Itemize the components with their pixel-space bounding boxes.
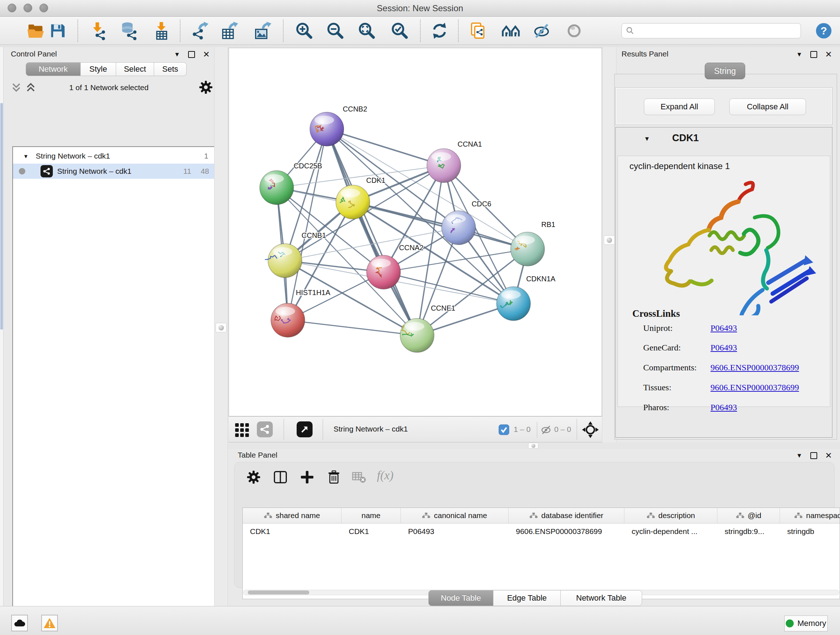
tab-sets[interactable]: Sets bbox=[154, 62, 187, 76]
left-splitter-grabber[interactable] bbox=[216, 323, 226, 333]
title-bar: Session: New Session bbox=[0, 0, 840, 17]
tab-network[interactable]: Network bbox=[26, 62, 81, 76]
node-cdc6[interactable] bbox=[442, 211, 476, 245]
node-label-ccna2: CCNA2 bbox=[399, 244, 424, 252]
import-network-from-database-icon[interactable] bbox=[118, 20, 139, 41]
node-ccna2[interactable] bbox=[366, 255, 401, 289]
network-share-view-icon[interactable] bbox=[257, 421, 273, 437]
crosslink-link[interactable]: 9606.ENSP00000378699 bbox=[711, 383, 799, 393]
panel-menu-icon[interactable]: ▼ bbox=[174, 51, 180, 58]
tab-network-table[interactable]: Network Table bbox=[561, 590, 642, 606]
node-cdk1[interactable] bbox=[336, 185, 370, 219]
search-field[interactable] bbox=[622, 23, 801, 38]
fit-selected-crosshair-icon[interactable] bbox=[582, 421, 599, 440]
memory-button[interactable]: Memory bbox=[784, 616, 828, 631]
panel-float-icon[interactable] bbox=[188, 51, 195, 58]
expand-all-button[interactable]: Expand All bbox=[644, 98, 715, 115]
save-session-icon[interactable] bbox=[47, 20, 68, 41]
refresh-icon[interactable] bbox=[429, 20, 450, 41]
node-ccnb1[interactable] bbox=[265, 244, 302, 278]
delete-column-trash-icon[interactable] bbox=[325, 469, 342, 486]
tab-select[interactable]: Select bbox=[116, 62, 154, 76]
zoom-fit-icon[interactable] bbox=[356, 20, 377, 41]
network-graph[interactable]: CCNB2CCNA1CDC25BCDK1CDC6RB1CCNB1CCNA2CDK… bbox=[229, 48, 602, 416]
node-cdkn1a[interactable] bbox=[497, 287, 531, 321]
panel-close-icon[interactable]: ✕ bbox=[825, 451, 832, 461]
crosslink-label: Pharos: bbox=[643, 402, 669, 412]
zoom-in-icon[interactable] bbox=[294, 20, 315, 41]
node-ccnb2[interactable] bbox=[310, 112, 344, 146]
table-row[interactable]: CDK1 CDK1 P06493 9606.ENSP00000378699 cy… bbox=[243, 524, 840, 539]
export-network-icon[interactable] bbox=[191, 20, 212, 41]
network-row-selected[interactable]: String Network – cdk1 11 48 bbox=[13, 164, 215, 179]
horizontal-splitter-grabber[interactable] bbox=[528, 443, 538, 448]
scrollbar-thumb[interactable] bbox=[248, 591, 309, 594]
panel-menu-icon[interactable]: ▼ bbox=[796, 452, 802, 459]
node-ccne1[interactable] bbox=[400, 318, 434, 353]
toolbar-separator bbox=[576, 419, 577, 440]
tab-string[interactable]: String bbox=[705, 63, 745, 79]
network-options-gear-icon[interactable] bbox=[199, 80, 213, 96]
tab-edge-table[interactable]: Edge Table bbox=[493, 590, 561, 606]
table-panel-title: Table Panel bbox=[238, 451, 278, 459]
open-session-icon[interactable] bbox=[25, 20, 46, 41]
count-divider bbox=[537, 422, 537, 438]
left-splitter[interactable] bbox=[214, 47, 228, 606]
zoom-selected-icon[interactable] bbox=[389, 20, 410, 41]
export-image-icon[interactable] bbox=[252, 20, 273, 41]
main-toolbar: ? bbox=[0, 17, 840, 45]
crosslink-link[interactable]: 9606.ENSP00000378699 bbox=[711, 363, 799, 372]
cloud-button[interactable] bbox=[11, 615, 28, 631]
table-panel: Table Panel ▼ ✕ f(x) shared name name ca… bbox=[228, 449, 840, 606]
table-settings-gear-icon[interactable] bbox=[245, 469, 262, 486]
export-table-icon[interactable] bbox=[219, 20, 240, 41]
node-table[interactable]: shared name name canonical name database… bbox=[242, 508, 840, 599]
entry-collapse-icon[interactable]: ▼ bbox=[644, 135, 650, 143]
crosslink-link[interactable]: P06493 bbox=[711, 343, 737, 353]
panel-menu-icon[interactable]: ▼ bbox=[796, 51, 802, 58]
add-column-icon[interactable] bbox=[299, 469, 316, 486]
network-row-label: String Network – cdk1 bbox=[57, 167, 131, 176]
node-ccna1[interactable] bbox=[427, 149, 461, 182]
node-label-hist1h1a: HIST1H1A bbox=[296, 288, 331, 296]
eye-slash-icon[interactable] bbox=[532, 20, 553, 41]
control-panel: Control Panel ▼ ✕ Network Style Select S… bbox=[4, 47, 214, 606]
grid-view-icon[interactable] bbox=[234, 422, 250, 439]
select-columns-icon[interactable] bbox=[272, 469, 289, 486]
network-list: ▼ String Network – cdk1 1 String Network… bbox=[12, 146, 216, 635]
right-splitter-grabber[interactable] bbox=[604, 235, 615, 245]
birdseye-view-icon[interactable] bbox=[297, 421, 313, 437]
panel-close-icon[interactable]: ✕ bbox=[203, 50, 210, 59]
network-collection-row[interactable]: ▼ String Network – cdk1 1 bbox=[13, 149, 215, 164]
panel-close-icon[interactable]: ✕ bbox=[825, 50, 832, 59]
node-label-rb1: RB1 bbox=[541, 220, 555, 228]
node-cdc25b[interactable] bbox=[260, 171, 294, 204]
node-hist1h1a[interactable] bbox=[271, 303, 305, 337]
double-home-icon[interactable] bbox=[500, 20, 521, 41]
panel-float-icon[interactable] bbox=[810, 51, 817, 58]
panel-float-icon[interactable] bbox=[810, 452, 817, 459]
collapse-triangle-icon[interactable]: ▼ bbox=[23, 153, 28, 159]
crosslink-link[interactable]: P06493 bbox=[711, 323, 737, 333]
left-edge-strip bbox=[0, 47, 4, 606]
warning-button[interactable] bbox=[41, 615, 58, 631]
network-view-canvas[interactable]: CCNB2CCNA1CDC25BCDK1CDC6RB1CCNB1CCNA2CDK… bbox=[229, 48, 602, 416]
protein-structure-image bbox=[635, 174, 816, 315]
node-label-cdc6: CDC6 bbox=[472, 200, 491, 208]
selected-checkbox-icon[interactable] bbox=[499, 424, 509, 437]
collapse-all-button[interactable]: Collapse All bbox=[729, 98, 806, 115]
search-input[interactable] bbox=[635, 26, 790, 35]
crosslink-link[interactable]: P06493 bbox=[711, 402, 737, 412]
clone-network-icon[interactable] bbox=[467, 20, 488, 41]
svg-text:?: ? bbox=[821, 25, 827, 36]
warning-icon bbox=[43, 617, 56, 629]
collection-count: 1 bbox=[204, 152, 208, 160]
tab-style[interactable]: Style bbox=[81, 62, 116, 76]
import-network-icon[interactable] bbox=[87, 20, 108, 41]
horizontal-splitter[interactable] bbox=[228, 442, 840, 449]
help-icon[interactable]: ? bbox=[813, 20, 834, 41]
node-rb1[interactable] bbox=[510, 232, 545, 266]
zoom-out-icon[interactable] bbox=[325, 20, 346, 41]
import-table-icon[interactable] bbox=[151, 20, 172, 41]
tab-node-table[interactable]: Node Table bbox=[428, 590, 493, 606]
